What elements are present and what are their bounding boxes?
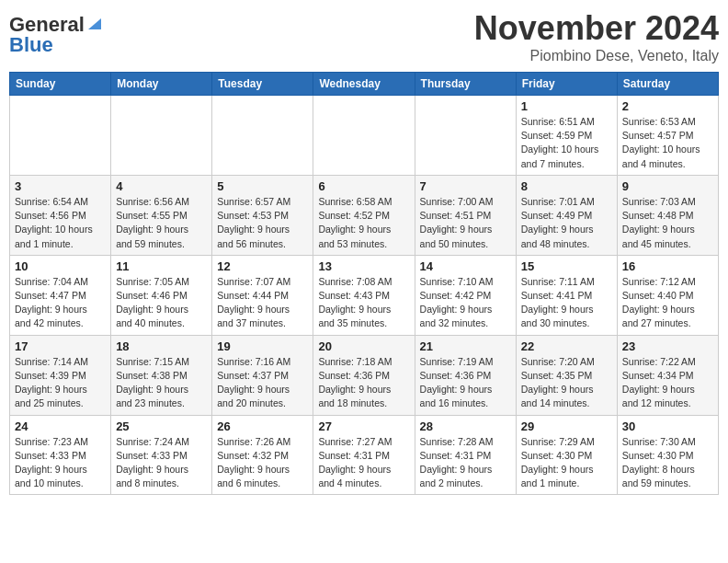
day-number: 4 [116, 179, 207, 193]
calendar-cell: 21Sunrise: 7:19 AMSunset: 4:36 PMDayligh… [415, 335, 516, 415]
day-number: 15 [521, 259, 612, 273]
day-info: Sunrise: 6:57 AMSunset: 4:53 PMDaylight:… [217, 195, 308, 251]
day-info: Sunrise: 7:26 AMSunset: 4:32 PMDaylight:… [217, 435, 308, 491]
day-info: Sunrise: 7:16 AMSunset: 4:37 PMDaylight:… [217, 355, 308, 411]
calendar-cell [111, 96, 212, 176]
day-info: Sunrise: 6:54 AMSunset: 4:56 PMDaylight:… [15, 195, 106, 251]
col-friday: Friday [516, 73, 617, 96]
calendar-cell: 10Sunrise: 7:04 AMSunset: 4:47 PMDayligh… [10, 255, 111, 335]
calendar-cell: 9Sunrise: 7:03 AMSunset: 4:48 PMDaylight… [617, 175, 718, 255]
day-number: 27 [318, 419, 409, 433]
week-row-4: 17Sunrise: 7:14 AMSunset: 4:39 PMDayligh… [10, 335, 719, 415]
day-number: 29 [521, 419, 612, 433]
calendar-cell: 26Sunrise: 7:26 AMSunset: 4:32 PMDayligh… [212, 415, 313, 495]
day-info: Sunrise: 7:00 AMSunset: 4:51 PMDaylight:… [420, 195, 511, 251]
day-number: 3 [15, 179, 106, 193]
calendar-cell: 3Sunrise: 6:54 AMSunset: 4:56 PMDaylight… [10, 175, 111, 255]
day-info: Sunrise: 6:58 AMSunset: 4:52 PMDaylight:… [318, 195, 409, 251]
col-wednesday: Wednesday [313, 73, 415, 96]
day-info: Sunrise: 7:22 AMSunset: 4:34 PMDaylight:… [622, 355, 713, 411]
col-thursday: Thursday [415, 73, 516, 96]
col-monday: Monday [111, 73, 212, 96]
day-number: 22 [521, 339, 612, 353]
calendar-cell: 7Sunrise: 7:00 AMSunset: 4:51 PMDaylight… [415, 175, 516, 255]
calendar-cell: 4Sunrise: 6:56 AMSunset: 4:55 PMDaylight… [111, 175, 212, 255]
col-tuesday: Tuesday [212, 73, 313, 96]
day-number: 24 [15, 419, 106, 433]
day-number: 5 [217, 179, 308, 193]
calendar-cell: 13Sunrise: 7:08 AMSunset: 4:43 PMDayligh… [313, 255, 415, 335]
month-title: November 2024 [474, 9, 719, 48]
logo-blue-text: Blue [9, 33, 53, 56]
day-info: Sunrise: 7:15 AMSunset: 4:38 PMDaylight:… [116, 355, 207, 411]
day-number: 18 [116, 339, 207, 353]
day-info: Sunrise: 7:29 AMSunset: 4:30 PMDaylight:… [521, 435, 612, 491]
day-number: 20 [318, 339, 409, 353]
calendar-cell: 12Sunrise: 7:07 AMSunset: 4:44 PMDayligh… [212, 255, 313, 335]
day-info: Sunrise: 7:20 AMSunset: 4:35 PMDaylight:… [521, 355, 612, 411]
day-info: Sunrise: 7:30 AMSunset: 4:30 PMDaylight:… [622, 435, 713, 491]
day-number: 6 [318, 179, 409, 193]
day-number: 7 [420, 179, 511, 193]
calendar-cell: 23Sunrise: 7:22 AMSunset: 4:34 PMDayligh… [617, 335, 718, 415]
col-saturday: Saturday [617, 73, 718, 96]
day-info: Sunrise: 7:28 AMSunset: 4:31 PMDaylight:… [420, 435, 511, 491]
svg-marker-0 [88, 18, 101, 29]
logo: General Blue [9, 15, 103, 55]
day-info: Sunrise: 6:51 AMSunset: 4:59 PMDaylight:… [521, 115, 612, 171]
day-info: Sunrise: 7:05 AMSunset: 4:46 PMDaylight:… [116, 275, 207, 331]
day-info: Sunrise: 6:56 AMSunset: 4:55 PMDaylight:… [116, 195, 207, 251]
calendar-cell: 5Sunrise: 6:57 AMSunset: 4:53 PMDaylight… [212, 175, 313, 255]
calendar-cell: 1Sunrise: 6:51 AMSunset: 4:59 PMDaylight… [516, 96, 617, 176]
day-info: Sunrise: 7:24 AMSunset: 4:33 PMDaylight:… [116, 435, 207, 491]
calendar-cell: 14Sunrise: 7:10 AMSunset: 4:42 PMDayligh… [415, 255, 516, 335]
day-number: 11 [116, 259, 207, 273]
day-number: 12 [217, 259, 308, 273]
day-number: 23 [622, 339, 713, 353]
day-number: 9 [622, 179, 713, 193]
day-number: 26 [217, 419, 308, 433]
day-info: Sunrise: 7:18 AMSunset: 4:36 PMDaylight:… [318, 355, 409, 411]
calendar-cell: 18Sunrise: 7:15 AMSunset: 4:38 PMDayligh… [111, 335, 212, 415]
calendar-cell: 11Sunrise: 7:05 AMSunset: 4:46 PMDayligh… [111, 255, 212, 335]
calendar-cell: 28Sunrise: 7:28 AMSunset: 4:31 PMDayligh… [415, 415, 516, 495]
calendar-cell: 24Sunrise: 7:23 AMSunset: 4:33 PMDayligh… [10, 415, 111, 495]
calendar-cell: 6Sunrise: 6:58 AMSunset: 4:52 PMDaylight… [313, 175, 415, 255]
day-number: 13 [318, 259, 409, 273]
calendar-cell: 20Sunrise: 7:18 AMSunset: 4:36 PMDayligh… [313, 335, 415, 415]
header: General Blue November 2024 Piombino Dese… [9, 9, 719, 64]
day-number: 8 [521, 179, 612, 193]
day-number: 1 [521, 99, 612, 113]
calendar-cell: 15Sunrise: 7:11 AMSunset: 4:41 PMDayligh… [516, 255, 617, 335]
calendar-cell: 25Sunrise: 7:24 AMSunset: 4:33 PMDayligh… [111, 415, 212, 495]
calendar-header-row: Sunday Monday Tuesday Wednesday Thursday… [10, 73, 719, 96]
title-area: November 2024 Piombino Dese, Veneto, Ita… [474, 9, 719, 64]
day-number: 10 [15, 259, 106, 273]
day-number: 25 [116, 419, 207, 433]
day-number: 16 [622, 259, 713, 273]
day-info: Sunrise: 6:53 AMSunset: 4:57 PMDaylight:… [622, 115, 713, 171]
calendar-cell: 2Sunrise: 6:53 AMSunset: 4:57 PMDaylight… [617, 96, 718, 176]
day-info: Sunrise: 7:23 AMSunset: 4:33 PMDaylight:… [15, 435, 106, 491]
calendar-cell: 22Sunrise: 7:20 AMSunset: 4:35 PMDayligh… [516, 335, 617, 415]
day-number: 30 [622, 419, 713, 433]
day-number: 19 [217, 339, 308, 353]
col-sunday: Sunday [10, 73, 111, 96]
logo-text: General [9, 15, 85, 35]
day-info: Sunrise: 7:07 AMSunset: 4:44 PMDaylight:… [217, 275, 308, 331]
logo-arrow-icon [86, 17, 103, 31]
calendar-cell: 30Sunrise: 7:30 AMSunset: 4:30 PMDayligh… [617, 415, 718, 495]
calendar-cell [313, 96, 415, 176]
calendar-cell: 16Sunrise: 7:12 AMSunset: 4:40 PMDayligh… [617, 255, 718, 335]
calendar: Sunday Monday Tuesday Wednesday Thursday… [9, 72, 719, 495]
calendar-cell: 19Sunrise: 7:16 AMSunset: 4:37 PMDayligh… [212, 335, 313, 415]
day-number: 17 [15, 339, 106, 353]
day-info: Sunrise: 7:08 AMSunset: 4:43 PMDaylight:… [318, 275, 409, 331]
day-number: 14 [420, 259, 511, 273]
day-info: Sunrise: 7:04 AMSunset: 4:47 PMDaylight:… [15, 275, 106, 331]
day-info: Sunrise: 7:27 AMSunset: 4:31 PMDaylight:… [318, 435, 409, 491]
location-title: Piombino Dese, Veneto, Italy [474, 48, 719, 64]
day-info: Sunrise: 7:03 AMSunset: 4:48 PMDaylight:… [622, 195, 713, 251]
day-number: 28 [420, 419, 511, 433]
day-info: Sunrise: 7:12 AMSunset: 4:40 PMDaylight:… [622, 275, 713, 331]
